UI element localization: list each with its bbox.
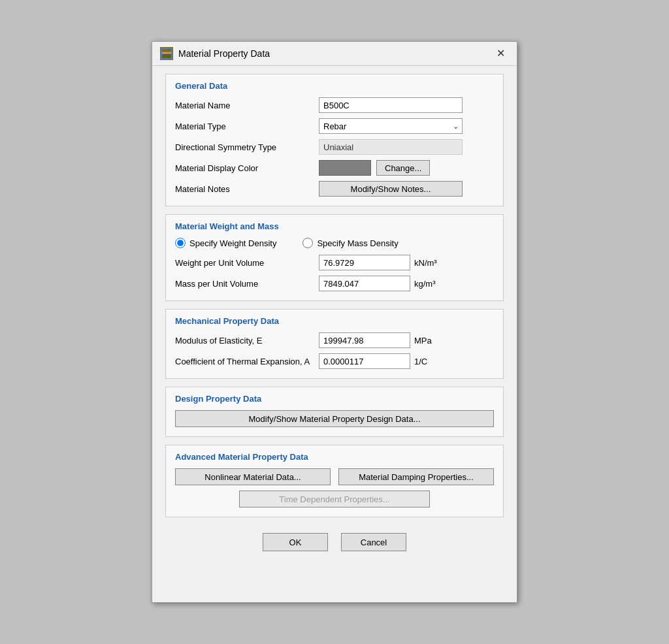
dialog-body: General Data Material Name Material Type… <box>152 66 517 602</box>
modify-design-data-button[interactable]: Modify/Show Material Property Design Dat… <box>175 410 494 427</box>
specify-weight-radio-label[interactable]: Specify Weight Density <box>175 238 276 248</box>
directional-symmetry-row: Directional Symmetry Type Uniaxial <box>175 139 494 155</box>
material-notes-row: Material Notes Modify/Show Notes... <box>175 181 494 197</box>
thermal-expansion-label: Coefficient of Thermal Expansion, A <box>175 357 319 366</box>
material-damping-button[interactable]: Material Damping Properties... <box>338 468 494 485</box>
modify-notes-button[interactable]: Modify/Show Notes... <box>319 181 463 197</box>
thermal-unit-label: 1/C <box>414 357 427 366</box>
directional-symmetry-label: Directional Symmetry Type <box>175 142 319 152</box>
mass-unit-label: kg/m³ <box>414 279 436 289</box>
specify-mass-radio-label[interactable]: Specify Mass Density <box>302 238 398 248</box>
material-color-row: Material Display Color Change... <box>175 160 494 176</box>
time-dependent-button[interactable]: Time Dependent Properties... <box>239 491 431 507</box>
cancel-button[interactable]: Cancel <box>341 533 406 551</box>
mechanical-title: Mechanical Property Data <box>175 316 494 326</box>
advanced-section: Advanced Material Property Data Nonlinea… <box>165 445 504 517</box>
material-notes-label: Material Notes <box>175 184 319 194</box>
modulus-input[interactable] <box>319 332 410 348</box>
mass-volume-row: Mass per Unit Volume kg/m³ <box>175 276 494 291</box>
specify-mass-label: Specify Mass Density <box>317 238 398 248</box>
ok-button[interactable]: OK <box>263 533 328 551</box>
material-type-select[interactable]: Rebar Steel Concrete Aluminum <box>319 118 463 134</box>
modulus-unit-label: MPa <box>414 336 432 346</box>
weight-mass-title: Material Weight and Mass <box>175 221 494 231</box>
specify-weight-label: Specify Weight Density <box>189 238 276 248</box>
title-bar: Material Property Data ✕ <box>152 42 517 66</box>
modulus-row: Modulus of Elasticity, E MPa <box>175 332 494 348</box>
mass-volume-label: Mass per Unit Volume <box>175 279 319 289</box>
weight-volume-label: Weight per Unit Volume <box>175 258 319 268</box>
thermal-expansion-row: Coefficient of Thermal Expansion, A 1/C <box>175 353 494 369</box>
specify-mass-radio[interactable] <box>302 238 313 248</box>
modulus-label: Modulus of Elasticity, E <box>175 336 319 346</box>
material-color-label: Material Display Color <box>175 163 319 173</box>
material-type-row: Material Type Rebar Steel Concrete Alumi… <box>175 118 494 134</box>
advanced-title: Advanced Material Property Data <box>175 452 494 462</box>
material-name-input[interactable] <box>319 97 463 113</box>
density-radio-group: Specify Weight Density Specify Mass Dens… <box>175 238 494 248</box>
svg-rect-3 <box>162 54 171 58</box>
specify-weight-radio[interactable] <box>175 238 186 248</box>
design-title: Design Property Data <box>175 394 494 404</box>
weight-mass-section: Material Weight and Mass Specify Weight … <box>165 214 504 301</box>
dialog-icon <box>160 47 173 60</box>
material-name-row: Material Name <box>175 97 494 113</box>
advanced-buttons-row: Nonlinear Material Data... Material Damp… <box>175 468 494 485</box>
svg-rect-2 <box>162 52 171 54</box>
thermal-expansion-input[interactable] <box>319 353 410 369</box>
weight-unit-label: kN/m³ <box>414 258 437 268</box>
color-swatch <box>319 160 371 176</box>
time-dep-row: Time Dependent Properties... <box>175 491 494 507</box>
close-button[interactable]: ✕ <box>493 47 509 60</box>
title-bar-left: Material Property Data <box>160 47 270 60</box>
mass-volume-input[interactable] <box>319 276 410 291</box>
general-data-section: General Data Material Name Material Type… <box>165 74 504 206</box>
design-section: Design Property Data Modify/Show Materia… <box>165 387 504 437</box>
directional-symmetry-value: Uniaxial <box>319 139 463 155</box>
weight-volume-row: Weight per Unit Volume kN/m³ <box>175 255 494 270</box>
nonlinear-material-button[interactable]: Nonlinear Material Data... <box>175 468 331 485</box>
mechanical-section: Mechanical Property Data Modulus of Elas… <box>165 309 504 379</box>
general-data-title: General Data <box>175 81 494 91</box>
change-color-button[interactable]: Change... <box>376 160 430 176</box>
material-type-label: Material Type <box>175 121 319 131</box>
svg-rect-1 <box>162 49 171 52</box>
material-name-label: Material Name <box>175 101 319 110</box>
bottom-buttons: OK Cancel <box>165 525 504 556</box>
weight-volume-input[interactable] <box>319 255 410 270</box>
material-property-dialog: Material Property Data ✕ General Data Ma… <box>152 41 517 603</box>
dialog-title: Material Property Data <box>178 48 270 59</box>
material-type-select-wrapper: Rebar Steel Concrete Aluminum ⌄ <box>319 118 463 134</box>
